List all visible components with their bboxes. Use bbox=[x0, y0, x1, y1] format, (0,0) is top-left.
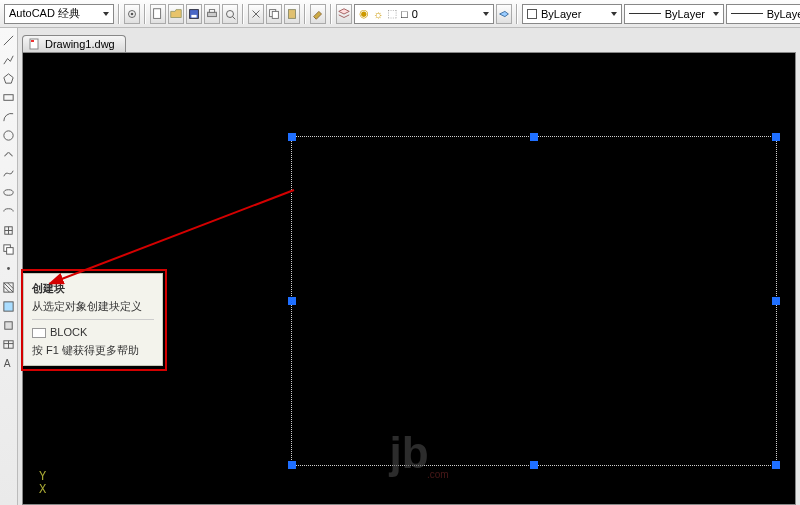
match-prop-icon[interactable] bbox=[310, 4, 326, 24]
svg-rect-26 bbox=[4, 301, 13, 310]
lineweight-dropdown[interactable]: ByLayer bbox=[726, 4, 800, 24]
tooltip-command: BLOCK bbox=[50, 324, 87, 342]
selection-grip[interactable] bbox=[530, 461, 538, 469]
layer-manager-icon[interactable] bbox=[336, 4, 352, 24]
rectangle-tool-icon[interactable] bbox=[1, 89, 17, 105]
axis-x: X bbox=[39, 483, 46, 496]
chevron-down-icon bbox=[483, 12, 489, 16]
print-icon[interactable] bbox=[204, 4, 220, 24]
svg-rect-6 bbox=[209, 9, 214, 12]
color-swatch-icon bbox=[527, 9, 537, 19]
ucs-axis-label: Y X bbox=[39, 470, 46, 496]
selection-grip[interactable] bbox=[772, 297, 780, 305]
tooltip-description: 从选定对象创建块定义 bbox=[32, 298, 154, 316]
insert-block-tool-icon[interactable] bbox=[1, 222, 17, 238]
watermark-sub: .com bbox=[427, 469, 449, 480]
lineweight-value: ByLayer bbox=[767, 8, 800, 20]
paste-icon[interactable] bbox=[284, 4, 300, 24]
spline-tool-icon[interactable] bbox=[1, 165, 17, 181]
sun-icon: ☼ bbox=[373, 8, 383, 20]
svg-rect-27 bbox=[5, 321, 12, 328]
svg-rect-2 bbox=[154, 8, 161, 18]
ellipse-arc-tool-icon[interactable] bbox=[1, 203, 17, 219]
chevron-down-icon bbox=[611, 12, 617, 16]
region-tool-icon[interactable] bbox=[1, 317, 17, 333]
linetype-dropdown[interactable]: ByLayer bbox=[624, 4, 724, 24]
svg-rect-9 bbox=[272, 11, 278, 18]
chevron-down-icon bbox=[713, 12, 719, 16]
svg-text:A: A bbox=[4, 358, 11, 369]
arc-tool-icon[interactable] bbox=[1, 108, 17, 124]
block-cmd-icon bbox=[32, 328, 46, 338]
selection-grip[interactable] bbox=[772, 461, 780, 469]
selection-grip[interactable] bbox=[772, 133, 780, 141]
drawing-area-wrap: Drawing1.dwg Y X 创建块 从选定对象创建块定义 BLOCK 按 … bbox=[22, 32, 796, 505]
cut-icon[interactable] bbox=[248, 4, 264, 24]
selection-grip[interactable] bbox=[530, 133, 538, 141]
plot-preview-icon[interactable] bbox=[222, 4, 238, 24]
polyline-tool-icon[interactable] bbox=[1, 51, 17, 67]
separator bbox=[330, 4, 332, 24]
make-block-tool-icon[interactable] bbox=[1, 241, 17, 257]
svg-point-21 bbox=[7, 267, 10, 270]
square-icon: □ bbox=[401, 8, 408, 20]
svg-rect-4 bbox=[191, 14, 196, 17]
tooltip-command-row: BLOCK bbox=[32, 324, 154, 342]
drawing-canvas[interactable]: Y X 创建块 从选定对象创建块定义 BLOCK 按 F1 键获得更多帮助 bbox=[22, 52, 796, 505]
svg-rect-10 bbox=[289, 9, 296, 18]
selection-rectangle[interactable] bbox=[291, 136, 777, 466]
separator bbox=[144, 4, 146, 24]
linetype-value: ByLayer bbox=[665, 8, 705, 20]
tooltip-block: 创建块 从选定对象创建块定义 BLOCK 按 F1 键获得更多帮助 bbox=[23, 273, 163, 366]
tooltip-separator bbox=[32, 319, 154, 320]
tab-label: Drawing1.dwg bbox=[45, 38, 115, 50]
tooltip-title: 创建块 bbox=[32, 280, 154, 298]
polygon-tool-icon[interactable] bbox=[1, 70, 17, 86]
point-tool-icon[interactable] bbox=[1, 260, 17, 276]
lineweight-sample-icon bbox=[731, 13, 763, 14]
copy-icon[interactable] bbox=[266, 4, 282, 24]
svg-marker-12 bbox=[4, 73, 13, 82]
svg-rect-20 bbox=[7, 247, 14, 254]
color-dropdown[interactable]: ByLayer bbox=[522, 4, 622, 24]
circle-tool-icon[interactable] bbox=[1, 127, 17, 143]
tab-drawing1[interactable]: Drawing1.dwg bbox=[22, 35, 126, 52]
selection-grip[interactable] bbox=[288, 297, 296, 305]
mtext-tool-icon[interactable]: A bbox=[1, 355, 17, 371]
lightbulb-icon: ◉ bbox=[359, 7, 369, 20]
layer-name: 0 bbox=[412, 8, 418, 20]
toolbar-row-1: AutoCAD 经典 ◉ ☼ ⬚ □ 0 ByLayer ByLayer ByL… bbox=[0, 0, 800, 28]
line-sample-icon bbox=[629, 13, 661, 14]
svg-rect-33 bbox=[31, 40, 34, 42]
svg-point-7 bbox=[227, 10, 234, 17]
selection-grip[interactable] bbox=[288, 461, 296, 469]
document-tabs: Drawing1.dwg bbox=[22, 32, 796, 52]
line-tool-icon[interactable] bbox=[1, 32, 17, 48]
svg-rect-13 bbox=[4, 94, 13, 100]
layer-dropdown[interactable]: ◉ ☼ ⬚ □ 0 bbox=[354, 4, 494, 24]
separator bbox=[242, 4, 244, 24]
ellipse-tool-icon[interactable] bbox=[1, 184, 17, 200]
color-value: ByLayer bbox=[541, 8, 581, 20]
gradient-tool-icon[interactable] bbox=[1, 298, 17, 314]
layer-prev-icon[interactable] bbox=[496, 4, 512, 24]
svg-rect-5 bbox=[208, 12, 217, 16]
revcloud-tool-icon[interactable] bbox=[1, 146, 17, 162]
new-file-icon[interactable] bbox=[150, 4, 166, 24]
table-tool-icon[interactable] bbox=[1, 336, 17, 352]
save-icon[interactable] bbox=[186, 4, 202, 24]
svg-point-1 bbox=[131, 12, 134, 15]
workspace-dropdown[interactable]: AutoCAD 经典 bbox=[4, 4, 114, 24]
lock-icon: ⬚ bbox=[387, 7, 397, 20]
svg-line-11 bbox=[4, 35, 13, 44]
hatch-tool-icon[interactable] bbox=[1, 279, 17, 295]
gear-icon[interactable] bbox=[124, 4, 140, 24]
separator bbox=[304, 4, 306, 24]
dwg-file-icon bbox=[29, 38, 41, 50]
workspace-label: AutoCAD 经典 bbox=[9, 6, 80, 21]
separator bbox=[118, 4, 120, 24]
selection-grip[interactable] bbox=[288, 133, 296, 141]
main-area: A Drawing1.dwg Y X 创建块 从选定对象创建块定义 bbox=[0, 28, 800, 505]
svg-point-15 bbox=[4, 189, 13, 195]
open-file-icon[interactable] bbox=[168, 4, 184, 24]
